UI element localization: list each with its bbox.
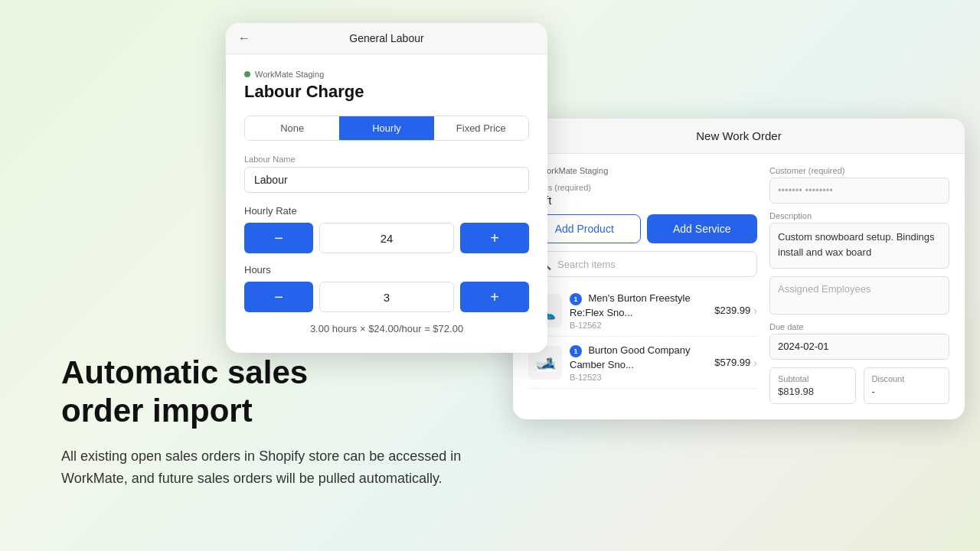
hourly-rate-label: Hourly Rate [244, 205, 529, 217]
workmate-dot-icon [244, 71, 250, 77]
workorder-title: New Work Order [696, 129, 781, 142]
description-text: All existing open sales orders in Shopif… [61, 445, 490, 490]
status-value: Draft [528, 194, 757, 207]
hourly-rate-stepper: − 24 + [244, 223, 529, 253]
hours-minus-button[interactable]: − [244, 282, 313, 312]
chevron-right-icon-2: › [753, 357, 757, 369]
workorder-workmate-label: WorkMate Staging [528, 166, 757, 175]
hours-label: Hours [244, 264, 529, 276]
charge-type-tabs: None Hourly Fixed Price [244, 116, 529, 141]
product-badge-1: 1 [570, 293, 582, 305]
discount-block: Discount - [864, 367, 950, 404]
marketing-text-section: Automatic sales order import All existin… [61, 354, 490, 490]
discount-label: Discount [872, 374, 942, 383]
subtotal-value: $819.98 [778, 386, 848, 397]
search-bar[interactable]: 🔍 Search items [528, 251, 757, 277]
description-field: Description Custom snowboard setup. Bind… [769, 211, 949, 269]
tab-hourly[interactable]: Hourly [339, 116, 433, 140]
due-date-field: Due date 2024-02-01 [769, 322, 949, 360]
labour-name-field: Labour Name [244, 155, 529, 193]
due-date-label: Due date [769, 322, 949, 331]
labour-card-title: General Labour [349, 32, 423, 44]
labour-card-body: WorkMate Staging Labour Charge None Hour… [226, 54, 547, 353]
labour-card-header: ← General Labour [226, 23, 547, 54]
hourly-rate-value: 24 [319, 223, 454, 253]
tab-none[interactable]: None [245, 116, 339, 140]
discount-value: - [872, 386, 942, 397]
tab-fixed-price[interactable]: Fixed Price [434, 116, 528, 140]
workorder-body: WorkMate Staging Status (required) Draft… [513, 154, 965, 419]
labour-name-input[interactable] [244, 167, 529, 193]
product-price-2: $579.99 › [714, 357, 757, 369]
hours-plus-button[interactable]: + [460, 282, 529, 312]
labour-charge-heading: Labour Charge [244, 82, 529, 102]
workorder-header: New Work Order [513, 119, 965, 154]
customer-label: Customer (required) [769, 166, 949, 175]
product-name-2: 1 Burton Good Company Camber Sno... [570, 343, 707, 371]
workorder-left-panel: WorkMate Staging Status (required) Draft… [528, 166, 757, 404]
product-sku-1: B-12562 [570, 321, 707, 330]
status-label: Status (required) [528, 183, 757, 192]
product-badge-2: 1 [570, 345, 582, 357]
labour-charge-card: ← General Labour WorkMate Staging Labour… [226, 23, 547, 353]
hours-stepper: − 3 + [244, 282, 529, 312]
product-row-1[interactable]: 🥿 1 Men's Burton Freestyle Re:Flex Sno..… [528, 285, 757, 337]
action-buttons-row: Add Product Add Service [528, 214, 757, 243]
customer-field: Customer (required) ••••••• •••••••• [769, 166, 949, 204]
description-label: Description [769, 211, 949, 220]
hours-value: 3 [319, 282, 454, 312]
description-value: Custom snowboard setup. Bindings install… [769, 223, 949, 269]
product-name-1: 1 Men's Burton Freestyle Re:Flex Sno... [570, 291, 707, 319]
labour-name-label: Labour Name [244, 155, 529, 164]
product-price-1: $239.99 › [714, 305, 757, 317]
headline: Automatic sales order import [61, 354, 490, 431]
assigned-employees-placeholder: Assigned Employees [769, 276, 949, 315]
subtotal-block: Subtotal $819.98 [769, 367, 856, 404]
chevron-right-icon-1: › [753, 305, 757, 317]
search-placeholder-text: Search items [557, 259, 616, 270]
hourly-rate-minus-button[interactable]: − [244, 223, 313, 253]
subtotal-label: Subtotal [778, 374, 848, 383]
work-order-card: New Work Order WorkMate Staging Status (… [513, 119, 965, 419]
customer-value: ••••••• •••••••• [769, 178, 949, 204]
back-button[interactable]: ← [238, 31, 250, 45]
subtotal-discount-row: Subtotal $819.98 Discount - [769, 367, 949, 404]
workorder-right-panel: Customer (required) ••••••• •••••••• Des… [769, 166, 949, 404]
calculation-text: 3.00 hours × $24.00/hour = $72.00 [244, 323, 529, 334]
product-sku-2: B-12523 [570, 373, 707, 382]
add-service-button[interactable]: Add Service [647, 214, 758, 243]
assigned-employees-field[interactable]: Assigned Employees [769, 276, 949, 315]
product-info-1: 1 Men's Burton Freestyle Re:Flex Sno... … [570, 291, 707, 330]
hourly-rate-plus-button[interactable]: + [460, 223, 529, 253]
workmate-staging-label: WorkMate Staging [244, 70, 529, 79]
status-field: Status (required) Draft [528, 183, 757, 207]
product-info-2: 1 Burton Good Company Camber Sno... B-12… [570, 343, 707, 382]
product-row-2[interactable]: 🎿 1 Burton Good Company Camber Sno... B-… [528, 337, 757, 389]
due-date-value: 2024-02-01 [769, 334, 949, 360]
